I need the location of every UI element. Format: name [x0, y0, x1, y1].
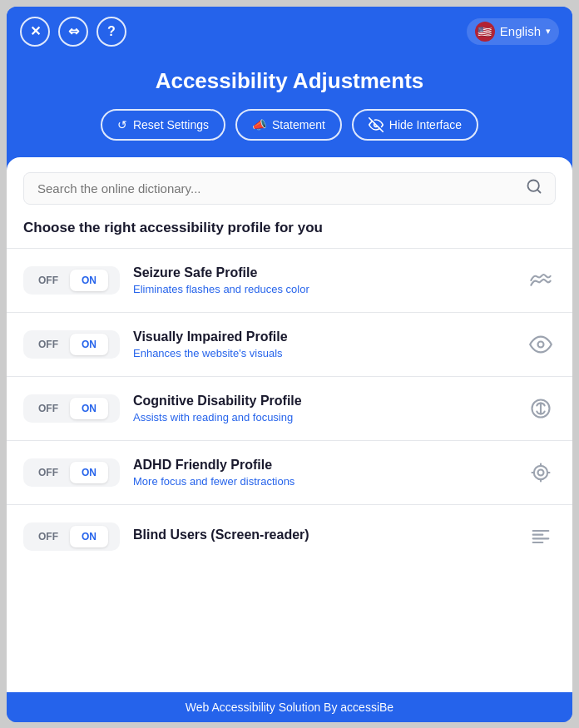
- brain-icon: [526, 394, 556, 423]
- search-icon: [526, 178, 542, 195]
- seizure-toggle[interactable]: OFF ON: [23, 266, 120, 295]
- hide-interface-button[interactable]: Hide Interface: [352, 109, 478, 141]
- cognitive-profile-name: Cognitive Disability Profile: [133, 394, 512, 409]
- adhd-profile-info: ADHD Friendly Profile More focus and few…: [133, 458, 512, 488]
- title-section: Accessibility Adjustments: [7, 57, 572, 109]
- megaphone-icon: 📣: [252, 118, 266, 131]
- toggle-off[interactable]: OFF: [27, 526, 70, 547]
- cognitive-toggle[interactable]: OFF ON: [23, 394, 120, 423]
- svg-point-6: [538, 469, 544, 475]
- page-title: Accessibility Adjustments: [20, 68, 559, 94]
- blind-profile-info: Blind Users (Screen-reader): [133, 527, 512, 545]
- reset-label: Reset Settings: [133, 118, 209, 131]
- header: ✕ ⇔ ? 🇺🇸 English ▾: [7, 7, 572, 57]
- svg-point-3: [538, 341, 544, 347]
- toggle-on[interactable]: ON: [70, 270, 108, 291]
- list-item: OFF ON ADHD Friendly Profile More focus …: [7, 440, 572, 504]
- focus-icon: [526, 458, 556, 488]
- footer: Web Accessibility Solution By accessiBe: [7, 692, 572, 722]
- toggle-off[interactable]: OFF: [27, 398, 70, 419]
- help-button[interactable]: ?: [96, 17, 126, 47]
- visually-impaired-toggle[interactable]: OFF ON: [23, 330, 120, 359]
- waves-icon: [526, 265, 556, 295]
- content-area: Choose the right accessibility profile f…: [7, 157, 572, 692]
- visually-impaired-profile-name: Visually Impaired Profile: [133, 329, 512, 344]
- blind-toggle[interactable]: OFF ON: [23, 522, 120, 551]
- profile-list: OFF ON Seizure Safe Profile Eliminates f…: [7, 248, 572, 692]
- cognitive-profile-info: Cognitive Disability Profile Assists wit…: [133, 394, 512, 423]
- visually-impaired-profile-info: Visually Impaired Profile Enhances the w…: [133, 329, 512, 359]
- toggle-off[interactable]: OFF: [27, 334, 70, 355]
- hide-icon: [369, 117, 384, 132]
- adhd-profile-desc: More focus and fewer distractions: [133, 475, 512, 488]
- toggle-on[interactable]: ON: [70, 334, 108, 355]
- language-label: English: [500, 24, 541, 38]
- toggle-off[interactable]: OFF: [27, 462, 70, 483]
- reset-settings-button[interactable]: ↺ Reset Settings: [101, 109, 225, 141]
- cognitive-profile-desc: Assists with reading and focusing: [133, 411, 512, 423]
- search-input[interactable]: [23, 172, 556, 205]
- list-item: OFF ON Visually Impaired Profile Enhance…: [7, 312, 572, 376]
- search-container: [7, 157, 572, 216]
- back-icon: ⇔: [68, 23, 79, 39]
- action-buttons: ↺ Reset Settings 📣 Statement Hide Interf…: [7, 109, 572, 157]
- toggle-on[interactable]: ON: [70, 398, 108, 419]
- close-button[interactable]: ✕: [20, 17, 50, 47]
- close-icon: ✕: [30, 23, 41, 39]
- toggle-off[interactable]: OFF: [27, 270, 70, 291]
- seizure-profile-desc: Eliminates flashes and reduces color: [133, 283, 512, 295]
- flag-icon: 🇺🇸: [475, 22, 495, 42]
- svg-point-7: [534, 465, 547, 478]
- bars-icon: [526, 522, 556, 552]
- profile-heading: Choose the right accessibility profile f…: [7, 216, 572, 248]
- list-item: OFF ON Cognitive Disability Profile Assi…: [7, 376, 572, 440]
- svg-line-2: [537, 190, 541, 193]
- seizure-profile-info: Seizure Safe Profile Eliminates flashes …: [133, 265, 512, 295]
- back-button[interactable]: ⇔: [58, 17, 88, 47]
- visually-impaired-profile-desc: Enhances the website's visuals: [133, 347, 512, 359]
- statement-label: Statement: [272, 118, 325, 131]
- toggle-on[interactable]: ON: [70, 462, 108, 483]
- statement-button[interactable]: 📣 Statement: [235, 109, 342, 141]
- list-item: OFF ON Blind Users (Screen-reader): [7, 504, 572, 568]
- eye-icon: [526, 329, 556, 359]
- seizure-profile-name: Seizure Safe Profile: [133, 265, 512, 280]
- adhd-toggle[interactable]: OFF ON: [23, 458, 120, 487]
- reset-icon: ↺: [117, 118, 127, 131]
- chevron-down-icon: ▾: [546, 26, 551, 37]
- blind-profile-name: Blind Users (Screen-reader): [133, 527, 512, 542]
- header-left: ✕ ⇔ ?: [20, 17, 126, 47]
- adhd-profile-name: ADHD Friendly Profile: [133, 458, 512, 473]
- language-selector[interactable]: 🇺🇸 English ▾: [467, 18, 559, 45]
- accessibility-panel: ✕ ⇔ ? 🇺🇸 English ▾ Accessibility Adjustm…: [7, 7, 572, 722]
- help-icon: ?: [107, 24, 116, 39]
- hide-label: Hide Interface: [389, 118, 462, 131]
- toggle-on[interactable]: ON: [70, 526, 108, 547]
- list-item: OFF ON Seizure Safe Profile Eliminates f…: [7, 248, 572, 312]
- footer-label: Web Accessibility Solution By accessiBe: [186, 701, 393, 714]
